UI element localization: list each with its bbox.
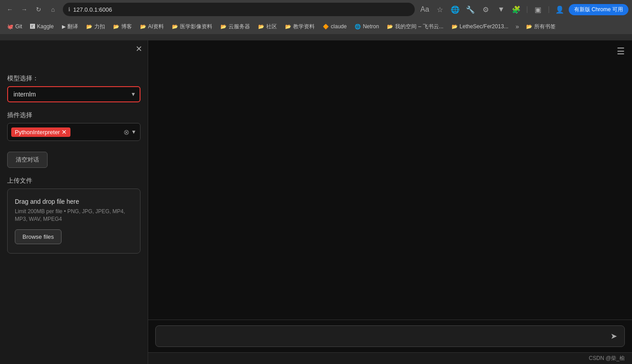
reload-button[interactable]: ↻: [32, 3, 45, 16]
sidebar: ✕ 模型选择： internlm gpt-4 claude ▼ 插件选择 Pyt…: [0, 40, 148, 364]
lethesec-icon: 📂: [452, 24, 458, 30]
browser-titlebar: ← → ↻ ⌂ ℹ 127.0.0.1:6006 Aa ☆ 🌐 🔧 ⚙ ▼ 🧩 …: [0, 0, 632, 19]
bookmark-claude[interactable]: 🔶 claude: [319, 22, 350, 31]
profile-avatar-icon[interactable]: 👤: [553, 3, 566, 16]
chat-area: [148, 40, 632, 320]
bookmark-cloud-label: 云服务器: [228, 23, 250, 31]
model-label: 模型选择：: [7, 75, 140, 83]
bookmark-translate[interactable]: ▶ 翻译: [58, 22, 82, 32]
extension2-icon[interactable]: ⚙: [479, 3, 492, 16]
cloud-icon: 📂: [220, 24, 227, 30]
plugin-tag-label: PythonInterpreter: [15, 129, 60, 136]
bookmark-ai[interactable]: 📂 AI资料: [136, 22, 167, 32]
bookmark-lethesec-label: LetheSec/Fer2013...: [460, 23, 509, 30]
main-layout: ✕ 模型选择： internlm gpt-4 claude ▼ 插件选择 Pyt…: [0, 40, 632, 364]
bookmark-git[interactable]: 🐙 Git: [4, 22, 26, 31]
chat-input[interactable]: [161, 333, 605, 340]
translate-bookmark-icon: ▶: [62, 24, 66, 30]
claude-icon: 🔶: [323, 24, 329, 30]
bookmark-community[interactable]: 📂 社区: [255, 22, 281, 32]
plugin-label: 插件选择: [7, 111, 140, 119]
bookmark-cloud[interactable]: 📂 云服务器: [217, 22, 254, 32]
plugin-tag-close-button[interactable]: ✕: [61, 129, 67, 135]
bookmark-myspace-label: 我的空间 – 飞书云...: [395, 23, 443, 31]
footer: CSDN @柴_榆: [148, 352, 632, 364]
bookmark-all[interactable]: 📂 所有书签: [522, 22, 559, 32]
browser-chrome: ← → ↻ ⌂ ℹ 127.0.0.1:6006 Aa ☆ 🌐 🔧 ⚙ ▼ 🧩 …: [0, 0, 632, 40]
extensions-icon[interactable]: 🧩: [510, 3, 522, 16]
upload-section: 上传文件 Drag and drop file here Limit 200MB…: [7, 177, 140, 254]
send-button[interactable]: ➤: [609, 329, 619, 343]
footer-text: CSDN @柴_榆: [589, 355, 625, 362]
myspace-icon: 📂: [387, 24, 393, 30]
upload-hint: Limit 200MB per file • PNG, JPG, JPEG, M…: [15, 208, 133, 223]
sidebar-content: 模型选择： internlm gpt-4 claude ▼ 插件选择 Pytho…: [7, 75, 140, 254]
bookmark-blog-label: 博客: [121, 23, 132, 31]
extension3-icon[interactable]: ▼: [495, 3, 507, 16]
more-bookmarks-button[interactable]: »: [513, 22, 522, 31]
netron-icon: 🌐: [355, 24, 361, 30]
bookmark-medical[interactable]: 📂 医学影像资料: [168, 22, 216, 32]
separator: |: [525, 5, 529, 13]
chat-input-area: ➤: [148, 320, 632, 352]
all-bookmarks-icon: 📂: [526, 24, 532, 30]
browser-actions: Aa ☆ 🌐 🔧 ⚙ ▼ 🧩 | ▣ | 👤 有新版 Chrome 可用: [418, 3, 628, 16]
kaggle-icon: 🅺: [30, 24, 35, 29]
back-button[interactable]: ←: [4, 3, 16, 16]
community-icon: 📂: [258, 24, 264, 30]
medical-icon: 📂: [172, 24, 178, 30]
address-bar[interactable]: ℹ 127.0.0.1:6006: [63, 3, 415, 16]
bookmark-leetcode-label: 力扣: [94, 23, 105, 31]
home-button[interactable]: ⌂: [47, 3, 59, 16]
sidebar-close-button[interactable]: ✕: [136, 44, 142, 54]
forward-button[interactable]: →: [18, 3, 31, 16]
browse-files-button[interactable]: Browse files: [15, 229, 61, 244]
plugin-dropdown-button[interactable]: ▼: [131, 129, 136, 135]
bookmark-teaching-label: 教学资料: [293, 23, 315, 31]
bookmark-git-label: Git: [15, 23, 22, 30]
bookmark-myspace[interactable]: 📂 我的空间 – 飞书云...: [383, 22, 447, 32]
bookmark-netron[interactable]: 🌐 Netron: [351, 22, 382, 31]
model-select-wrapper: internlm gpt-4 claude ▼: [7, 86, 140, 102]
chat-input-wrapper: ➤: [155, 325, 625, 347]
send-icon: ➤: [610, 331, 617, 341]
sidebar-toggle-icon[interactable]: ▣: [531, 3, 544, 16]
nav-buttons: ← → ↻ ⌂: [4, 3, 59, 16]
blog-icon: 📂: [113, 24, 119, 30]
plugin-tag: PythonInterpreter ✕: [11, 127, 70, 137]
git-icon: 🐙: [7, 24, 13, 30]
plugin-clear-button[interactable]: ⊗: [123, 128, 129, 136]
bookmark-lethesec[interactable]: 📂 LetheSec/Fer2013...: [448, 22, 512, 31]
teaching-icon: 📂: [285, 24, 291, 30]
separator2: |: [547, 5, 550, 13]
upload-dropzone[interactable]: Drag and drop file here Limit 200MB per …: [7, 189, 140, 254]
bookmark-ai-label: AI资料: [148, 23, 164, 31]
address-security-icon: ℹ: [68, 6, 70, 13]
bookmark-kaggle[interactable]: 🅺 Kaggle: [26, 22, 57, 31]
bookmark-translate-label: 翻译: [67, 23, 78, 31]
upload-label: 上传文件: [7, 177, 140, 185]
main-content: ☰ ➤ CSDN @柴_榆: [148, 40, 632, 364]
clear-conversation-button[interactable]: 清空对话: [7, 152, 48, 168]
bookmark-all-label: 所有书签: [534, 23, 556, 31]
new-version-button[interactable]: 有新版 Chrome 可用: [569, 4, 628, 15]
model-select[interactable]: internlm gpt-4 claude: [7, 86, 140, 102]
bookmark-netron-label: Netron: [363, 23, 379, 30]
extension1-icon[interactable]: 🔧: [464, 3, 477, 16]
profile-icon[interactable]: 🌐: [449, 3, 461, 16]
bookmark-kaggle-label: Kaggle: [37, 23, 53, 30]
ai-icon: 📂: [140, 24, 146, 30]
clear-section: 清空对话: [7, 148, 140, 168]
plugin-select-wrapper[interactable]: PythonInterpreter ✕ ⊗ ▼: [7, 123, 140, 141]
upload-title: Drag and drop file here: [15, 198, 133, 205]
main-menu-button[interactable]: ☰: [617, 46, 625, 57]
bookmark-blog[interactable]: 📂 博客: [110, 22, 136, 32]
bookmarks-bar: 🐙 Git 🅺 Kaggle ▶ 翻译 📂 力扣 📂 博客 📂 AI资料 📂 医…: [0, 19, 632, 34]
star-icon[interactable]: ☆: [434, 3, 446, 16]
bookmark-medical-label: 医学影像资料: [180, 23, 212, 31]
bookmark-claude-label: claude: [331, 23, 347, 30]
bookmark-leetcode[interactable]: 📂 力扣: [83, 22, 109, 32]
translate-icon[interactable]: Aa: [418, 3, 431, 16]
bookmark-teaching[interactable]: 📂 教学资料: [281, 22, 318, 32]
leetcode-icon: 📂: [86, 24, 92, 30]
